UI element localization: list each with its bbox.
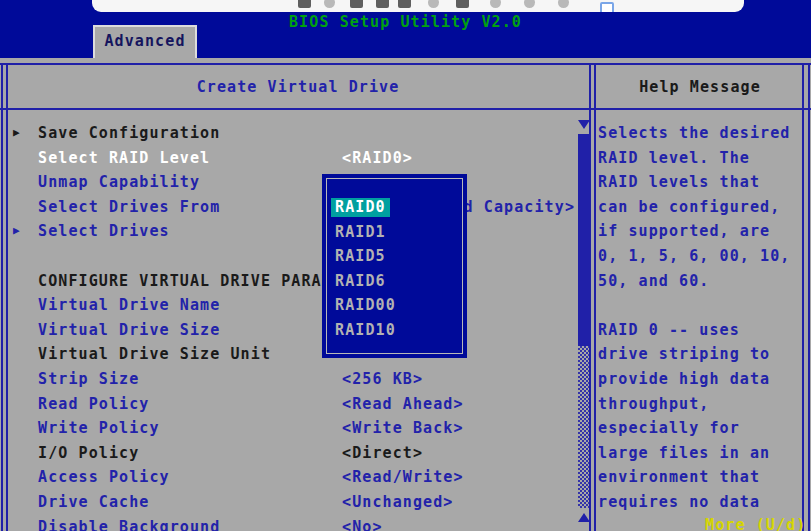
menu-row[interactable]: Write Policy<Write Back> (8, 416, 577, 441)
help-more-indicator: More (U/d) (705, 516, 806, 531)
tab-advanced[interactable]: Advanced (93, 25, 197, 58)
toolbar-icon[interactable] (398, 0, 411, 8)
menu-row[interactable]: Select Drives From<Unconfigured Capacity… (8, 195, 577, 220)
popup-item-label: RAID5 (331, 247, 390, 266)
frame-divider-left (589, 63, 591, 531)
popup-item-list: RAID0RAID1RAID5RAID6RAID00RAID10 (331, 196, 461, 344)
menu-row[interactable]: CONFIGURE VIRTUAL DRIVE PARAMETERS: (8, 269, 577, 294)
remote-console-toolbar (92, 0, 744, 12)
menu-row-label: Select Drives From (38, 195, 220, 220)
menu-row[interactable]: Access Policy<Read/Write> (8, 465, 577, 490)
scroll-up-arrow-icon[interactable] (578, 513, 590, 522)
toolbar-icon[interactable] (428, 0, 439, 8)
bios-screen: BIOS Setup Utility V2.0 Advanced Create … (0, 0, 811, 531)
menu-row[interactable]: Virtual Drive Size (8, 318, 577, 343)
menu-row-label: Virtual Drive Name (38, 293, 220, 318)
menu-row-label: Select Drives (38, 219, 170, 244)
menu-row-label: I/O Policy (38, 441, 139, 466)
menu-row-value: <No> (342, 515, 383, 531)
popup-item[interactable]: RAID1 (331, 221, 461, 246)
popup-item-label: RAID6 (331, 272, 390, 291)
frame-divider-right (594, 63, 596, 531)
menu-row-value: <Read/Write> (342, 465, 464, 490)
page-title: Create Virtual Drive (7, 77, 589, 97)
frame-top-line (0, 63, 811, 65)
checkbox-icon[interactable] (600, 2, 614, 12)
toolbar-icon[interactable] (376, 0, 389, 8)
help-line: RAID 0 -- uses (598, 318, 802, 343)
help-line: especially for (598, 416, 802, 441)
submenu-arrow-icon: ▶ (13, 219, 20, 244)
help-title: Help Message (596, 77, 804, 97)
toolbar-icon[interactable] (456, 0, 469, 8)
help-line: 50, and 60. (598, 269, 802, 294)
menu-row-value: <Write Back> (342, 416, 464, 441)
help-line: RAID level. The (598, 146, 802, 171)
menu-row-label: Drive Cache (38, 490, 149, 515)
help-line: provide high data (598, 367, 802, 392)
menu-row[interactable]: ▶Save Configuration (8, 121, 577, 146)
submenu-arrow-icon: ▶ (13, 121, 20, 146)
help-line: drive striping to (598, 342, 802, 367)
menu-row[interactable]: Unmap Capability (8, 170, 577, 195)
popup-item[interactable]: RAID5 (331, 245, 461, 270)
scroll-down-arrow-icon[interactable] (578, 120, 590, 129)
help-line: 0, 1, 5, 6, 00, 10, (598, 244, 802, 269)
toolbar-icon[interactable] (324, 0, 335, 8)
menu-row-label: Unmap Capability (38, 170, 200, 195)
menu-row-label: Disable Background (38, 515, 220, 531)
menu-row-label: Select RAID Level (38, 146, 210, 171)
menu-row-label: Strip Size (38, 367, 139, 392)
frame-right-outer (808, 63, 810, 531)
raid-level-popup: RAID0RAID1RAID5RAID6RAID00RAID10 (322, 174, 467, 358)
toolbar-icon[interactable] (298, 0, 311, 8)
menu-row-value: <Read Ahead> (342, 392, 464, 417)
toolbar-icon[interactable] (524, 0, 535, 8)
popup-item-label: RAID1 (331, 223, 390, 242)
help-line: environment that (598, 465, 802, 490)
popup-item-label: RAID0 (331, 198, 390, 217)
menu-row[interactable]: Strip Size<256 KB> (8, 367, 577, 392)
scrollbar-track[interactable] (578, 346, 589, 508)
menu-row-value: <256 KB> (342, 367, 423, 392)
menu-row-label: Access Policy (38, 465, 170, 490)
menu-row[interactable]: Virtual Drive Size Unit (8, 342, 577, 367)
help-line: large files in an (598, 441, 802, 466)
popup-item-label: RAID00 (331, 296, 400, 315)
menu-row-label: Virtual Drive Size Unit (38, 342, 271, 367)
menu-row (8, 244, 577, 269)
menu-row[interactable]: ▶Select Drives (8, 219, 577, 244)
menu-row[interactable]: Drive Cache<Unchanged> (8, 490, 577, 515)
help-line: can be configured, (598, 195, 802, 220)
menu-row-label: Save Configuration (38, 121, 220, 146)
popup-item[interactable]: RAID00 (331, 294, 461, 319)
menu-row[interactable]: Virtual Drive Name (8, 293, 577, 318)
menu-row-value: <RAID0> (342, 146, 413, 171)
help-message-text: Selects the desiredRAID level. TheRAID l… (598, 121, 802, 515)
help-line: RAID levels that (598, 170, 802, 195)
menu-row-label: Write Policy (38, 416, 160, 441)
settings-list: ▶Save ConfigurationSelect RAID Level<RAI… (8, 121, 577, 531)
menu-row[interactable]: Disable Background<No> (8, 515, 577, 531)
menu-row[interactable]: Select RAID Level<RAID0> (8, 146, 577, 171)
scrollbar-thumb[interactable] (578, 134, 589, 346)
menu-row-value: <Unchanged> (342, 490, 453, 515)
frame-header-line (0, 108, 811, 110)
menu-row-label: Virtual Drive Size (38, 318, 220, 343)
popup-item[interactable]: RAID6 (331, 270, 461, 295)
menu-row[interactable]: Read Policy<Read Ahead> (8, 392, 577, 417)
popup-item[interactable]: RAID10 (331, 319, 461, 344)
toolbar-icon[interactable] (558, 0, 569, 8)
toolbar-icon[interactable] (350, 0, 363, 8)
help-line: if supported, are (598, 219, 802, 244)
help-line: Selects the desired (598, 121, 802, 146)
frame-left-outer (1, 63, 3, 531)
popup-item[interactable]: RAID0 (331, 196, 461, 221)
menu-row[interactable]: I/O Policy<Direct> (8, 441, 577, 466)
menu-row-value: <Direct> (342, 441, 423, 466)
popup-item-label: RAID10 (331, 321, 400, 340)
toolbar-icon[interactable] (490, 0, 501, 8)
help-line: throughput, (598, 392, 802, 417)
help-line (598, 293, 802, 318)
menu-row-label: Read Policy (38, 392, 149, 417)
